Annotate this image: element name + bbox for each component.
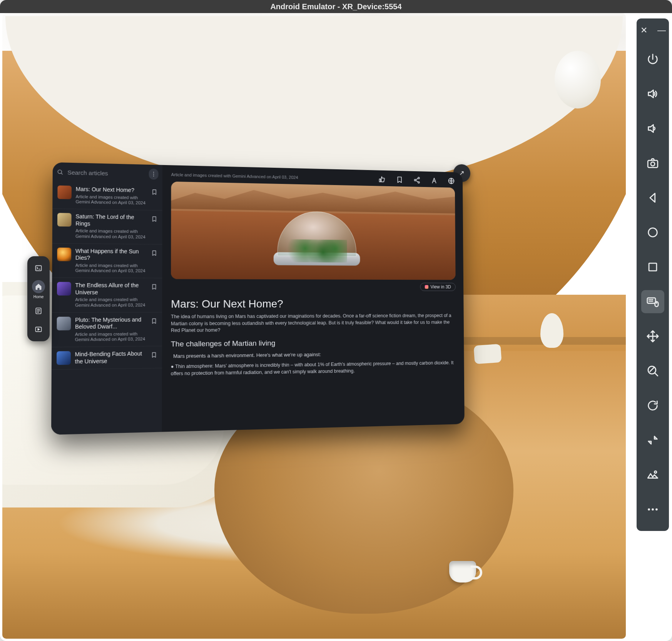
sparkle-icon [425, 285, 428, 289]
back-button[interactable] [641, 186, 664, 209]
keyboard-button[interactable] [641, 290, 664, 313]
globe-icon [448, 177, 455, 185]
view-3d-label: View in 3D [431, 284, 451, 290]
volume-down-button[interactable] [641, 117, 664, 140]
search-input[interactable] [67, 169, 145, 177]
svg-point-6 [153, 175, 154, 176]
bookmark-icon[interactable] [151, 284, 157, 290]
more-button[interactable] [149, 169, 158, 180]
close-button[interactable]: ✕ [640, 27, 647, 34]
share-button[interactable] [413, 176, 421, 184]
bookmark-icon [396, 176, 403, 184]
svg-point-21 [655, 508, 658, 511]
nav-home-label: Home [33, 295, 44, 299]
power-icon [646, 53, 659, 66]
bookmark-icon[interactable] [151, 352, 157, 358]
like-button[interactable] [378, 175, 386, 183]
article-item-subtitle: Article and images created with Gemini A… [75, 297, 147, 308]
content-actions [378, 175, 455, 185]
hero-image [171, 182, 456, 280]
article-item-subtitle: Article and images created with Gemini A… [76, 194, 147, 206]
svg-point-18 [654, 471, 657, 473]
font-button[interactable] [431, 177, 438, 184]
collapse-icon [646, 434, 659, 447]
nav-terminal[interactable] [32, 262, 45, 275]
circle-icon [646, 226, 659, 239]
article-list[interactable]: Mars: Our Next Home?Article and images c… [51, 181, 162, 435]
volume-up-button[interactable] [641, 82, 664, 105]
svg-rect-14 [649, 263, 657, 271]
svg-point-5 [153, 174, 154, 175]
article-text: Mars: Our Next Home?Article and images c… [76, 186, 147, 206]
camera-icon [646, 157, 659, 170]
article-thumb [57, 317, 71, 331]
view-in-3d-button[interactable]: View in 3D [420, 283, 456, 291]
article-item-title: Saturn: The Lord of the Rings [75, 213, 147, 228]
article-content[interactable]: Article and images created with Gemini A… [162, 165, 465, 432]
more-vert-icon [150, 171, 157, 177]
list-item[interactable]: Saturn: The Lord of the RingsArticle and… [52, 209, 162, 244]
bookmark-button[interactable] [396, 176, 403, 184]
app-nav-rail: Home [27, 256, 50, 341]
collapse-button[interactable] [641, 429, 664, 452]
home-button[interactable] [641, 221, 664, 244]
svg-rect-11 [648, 160, 658, 167]
overview-button[interactable] [641, 255, 664, 279]
square-icon [646, 260, 659, 274]
article-item-title: What Happens if the Sun Dies? [75, 247, 147, 262]
article-thumb [57, 351, 71, 365]
article-lead: The idea of humans living on Mars has ca… [171, 312, 456, 334]
titlebar: Android Emulator - XR_Device:5554 [0, 0, 672, 13]
emulator-toolbar: ✕ — [637, 18, 669, 531]
bookmark-icon[interactable] [151, 250, 157, 256]
article-text: Mind-Bending Facts About the Universe [75, 350, 147, 365]
svg-rect-15 [647, 298, 655, 303]
article-thumb [57, 185, 72, 199]
nav-articles[interactable] [32, 304, 45, 317]
article-panel: Mars: Our Next Home?Article and images c… [51, 162, 465, 435]
power-button[interactable] [641, 48, 664, 71]
article-bullet-1: Thin atmosphere: Mars' atmosphere is inc… [171, 359, 456, 377]
bookmark-icon[interactable] [151, 189, 158, 195]
virtual-sensors-button[interactable] [641, 463, 664, 486]
list-item[interactable]: Mars: Our Next Home?Article and images c… [52, 181, 162, 210]
move-button[interactable] [641, 325, 664, 348]
minimize-button[interactable]: — [658, 27, 665, 34]
content-credit: Article and images created with Gemini A… [171, 172, 298, 180]
zoom-button[interactable] [641, 359, 664, 382]
nav-home[interactable]: Home [32, 280, 45, 299]
svg-point-3 [58, 170, 62, 174]
terminal-icon [35, 264, 42, 272]
list-item[interactable]: The Endless Allure of the UniverseArticl… [52, 278, 162, 312]
volume-down-icon [646, 122, 659, 135]
zoom-icon [646, 364, 659, 377]
svg-point-19 [648, 508, 650, 511]
bookmark-icon[interactable] [151, 318, 157, 324]
svg-rect-0 [36, 265, 42, 270]
landscape-icon [646, 468, 659, 481]
svg-point-12 [651, 162, 655, 166]
list-item[interactable]: Pluto: The Mysterious and Beloved Dwarf.… [52, 312, 162, 347]
list-item[interactable]: What Happens if the Sun Dies?Article and… [52, 243, 162, 278]
article-thumb [57, 282, 71, 295]
minimize-icon: — [657, 26, 666, 35]
list-item[interactable]: Mind-Bending Facts About the Universe [52, 346, 162, 370]
screenshot-button[interactable] [641, 152, 664, 175]
xr-viewport[interactable]: Home [2, 13, 626, 639]
more-button[interactable] [641, 498, 664, 521]
article-item-title: Mars: Our Next Home? [76, 186, 147, 194]
article-thumb [57, 213, 72, 227]
keyboard-mouse-icon [646, 295, 659, 308]
search-row [53, 162, 162, 184]
article-text: Pluto: The Mysterious and Beloved Dwarf.… [75, 316, 147, 343]
article-sidebar: Mars: Our Next Home?Article and images c… [51, 162, 162, 435]
svg-point-4 [153, 172, 154, 173]
nav-video[interactable] [32, 323, 45, 336]
globe-button[interactable] [448, 177, 455, 185]
article-item-title: Mind-Bending Facts About the Universe [75, 350, 147, 365]
bookmark-icon[interactable] [151, 216, 158, 222]
window-title: Android Emulator - XR_Device:5554 [270, 2, 401, 11]
article-item-subtitle: Article and images created with Gemini A… [75, 263, 147, 274]
rotate-button[interactable] [641, 394, 664, 417]
search-icon [57, 169, 64, 176]
